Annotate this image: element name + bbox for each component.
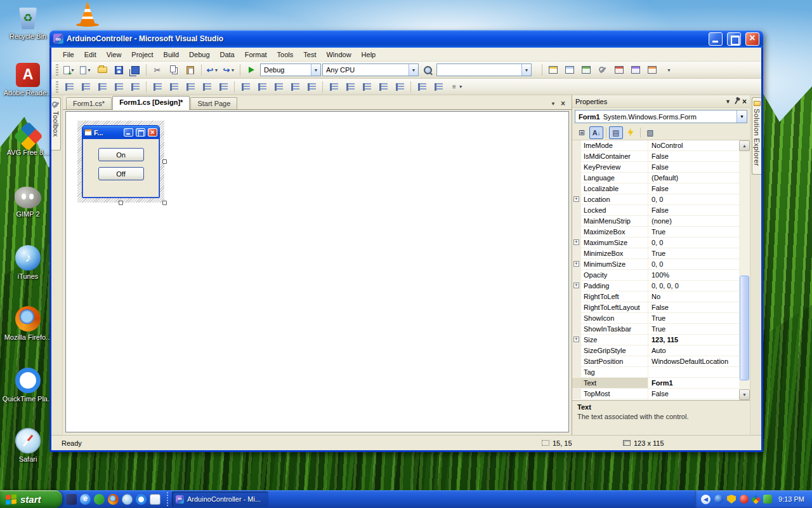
taskbar-task-button[interactable]: ArduinoController - Mi... — [172, 491, 268, 507]
property-name[interactable]: +Padding — [572, 281, 648, 291]
layout-tool-21[interactable] — [414, 80, 429, 94]
property-value[interactable]: True — [648, 227, 739, 237]
property-value[interactable]: 123, 115 — [648, 335, 739, 345]
desktop-icon-quicktime[interactable]: QuickTime Pla... — [1, 366, 55, 403]
safari-quick-launch-icon[interactable] — [122, 494, 133, 505]
designed-form-titlebar[interactable]: F... — [82, 126, 159, 139]
property-row-locked[interactable]: LockedFalse — [572, 205, 739, 216]
on-button[interactable]: On — [98, 148, 144, 161]
scrollbar-thumb[interactable] — [740, 276, 749, 380]
layout-tool-12[interactable] — [254, 80, 270, 94]
tray-avg-icon[interactable] — [751, 494, 761, 504]
layout-tool-11[interactable] — [238, 80, 253, 94]
toolbox-tab[interactable]: Toolbox — [51, 97, 61, 150]
property-value[interactable]: No — [648, 291, 739, 302]
property-row-showintaskbar[interactable]: ShowInTaskbarTrue — [572, 324, 739, 335]
property-row-righttoleft[interactable]: RightToLeftNo — [572, 291, 739, 302]
property-name[interactable]: Language — [572, 173, 648, 183]
add-item-button[interactable]: ▼ — [78, 63, 93, 77]
property-row-topmost[interactable]: TopMostFalse — [572, 389, 739, 399]
property-value[interactable]: False — [648, 184, 739, 194]
property-name[interactable]: Locked — [572, 205, 648, 215]
find-combo[interactable]: ▼ — [436, 64, 532, 76]
property-name[interactable]: MaximizeBox — [572, 227, 648, 237]
menu-data[interactable]: Data — [215, 49, 240, 60]
menu-debug[interactable]: Debug — [184, 49, 214, 60]
property-name[interactable]: KeyPreview — [572, 162, 648, 172]
menu-window[interactable]: Window — [321, 49, 356, 60]
property-row-ismdicontainer[interactable]: IsMdiContainerFalse — [572, 151, 739, 162]
layout-tool-22[interactable] — [431, 80, 446, 94]
desktop-icon-adobe-reader[interactable]: Adobe Reade... — [1, 61, 55, 97]
property-name[interactable]: RightToLeftLayout — [572, 302, 648, 312]
chevron-down-icon[interactable]: ▼ — [311, 64, 320, 76]
desktop-icon-recycle-bin[interactable]: Recycle Bin — [1, 3, 55, 40]
object-selector-combo[interactable]: Form1 System.Windows.Forms.Form ▼ — [575, 110, 747, 123]
property-row-maximumsize[interactable]: +MaximumSize0, 0 — [572, 237, 739, 248]
property-value[interactable]: 100% — [648, 270, 739, 280]
property-name[interactable]: MinimizeBox — [572, 248, 648, 258]
layout-tool-7[interactable] — [166, 80, 181, 94]
menu-help[interactable]: Help — [357, 49, 381, 60]
property-row-imemode[interactable]: ImeModeNoControl — [572, 140, 739, 151]
layout-tool-18[interactable] — [359, 80, 374, 94]
tab-form1-design[interactable]: Form1.cs [Design]* — [112, 96, 190, 110]
firefox-quick-launch-icon[interactable] — [108, 494, 119, 505]
error-list-button[interactable] — [612, 63, 627, 77]
property-row-size[interactable]: +Size123, 115 — [572, 335, 739, 345]
cut-button[interactable] — [150, 63, 165, 77]
tray-alert-icon[interactable] — [740, 495, 749, 504]
close-button[interactable] — [745, 32, 759, 46]
title-bar[interactable]: ArduinoController - Microsoft Visual Stu… — [49, 30, 763, 48]
immediate-window-button[interactable] — [628, 63, 643, 77]
form-selection-frame[interactable]: F... On Off — [77, 121, 164, 203]
layout-tool-8[interactable] — [183, 80, 198, 94]
toolbox-button[interactable] — [595, 63, 610, 77]
property-value[interactable]: True — [648, 248, 739, 258]
properties-header[interactable]: Properties ▼ × — [572, 95, 750, 108]
properties-view-button[interactable]: ▤ — [609, 126, 623, 139]
property-row-minimizebox[interactable]: MinimizeBoxTrue — [572, 248, 739, 259]
property-value[interactable]: True — [648, 324, 739, 334]
property-value[interactable]: (Default) — [648, 173, 739, 183]
property-value[interactable]: False — [648, 389, 739, 399]
events-button[interactable] — [624, 126, 638, 139]
property-value[interactable]: False — [648, 151, 739, 161]
property-value[interactable]: False — [648, 302, 739, 312]
layout-tool-14[interactable] — [287, 80, 303, 94]
toolbar-grip[interactable] — [56, 64, 58, 76]
toolbar-options-button[interactable]: ▼ — [661, 63, 676, 77]
property-value[interactable] — [648, 367, 739, 377]
start-button[interactable]: start — [0, 490, 62, 508]
layout-tool-5[interactable] — [128, 80, 143, 94]
property-name[interactable]: Text — [572, 378, 648, 388]
layout-tool-9[interactable] — [199, 80, 214, 94]
property-name[interactable]: Tag — [572, 367, 648, 377]
close-tab-icon[interactable]: × — [561, 100, 565, 107]
property-name[interactable]: ShowInTaskbar — [572, 324, 648, 334]
minimize-button[interactable] — [709, 32, 723, 46]
chevron-down-icon[interactable]: ▼ — [737, 110, 747, 123]
property-name[interactable]: +MaximumSize — [572, 237, 648, 248]
platform-combo[interactable]: Any CPU▼ — [322, 64, 419, 76]
quick-launch-icon-1[interactable] — [66, 494, 77, 505]
layout-tool-4[interactable] — [111, 80, 126, 94]
resize-handle-bottom[interactable] — [119, 201, 123, 205]
object-browser-button[interactable] — [579, 63, 594, 77]
off-button[interactable]: Off — [98, 167, 144, 180]
alphabetical-button[interactable]: A↓ — [589, 126, 603, 139]
property-name[interactable]: +Size — [572, 335, 648, 345]
property-value[interactable]: WindowsDefaultLocation — [648, 356, 739, 366]
scroll-up-icon[interactable]: ▲ — [739, 140, 750, 151]
property-value[interactable]: NoControl — [648, 140, 739, 150]
configuration-combo[interactable]: Debug▼ — [260, 64, 321, 76]
properties-window-button[interactable] — [562, 63, 577, 77]
tray-chevron-icon[interactable]: ◀ — [701, 495, 710, 504]
toolbar-overflow-button[interactable]: ≡▼ — [452, 83, 463, 90]
property-value[interactable]: 0, 0, 0, 0 — [648, 281, 739, 291]
close-panel-icon[interactable]: × — [742, 97, 747, 106]
scrollbar[interactable]: ▲ ▼ — [739, 140, 750, 400]
scroll-down-icon[interactable]: ▼ — [739, 389, 750, 400]
save-button[interactable] — [111, 63, 126, 77]
property-value[interactable]: Form1 — [648, 378, 739, 388]
